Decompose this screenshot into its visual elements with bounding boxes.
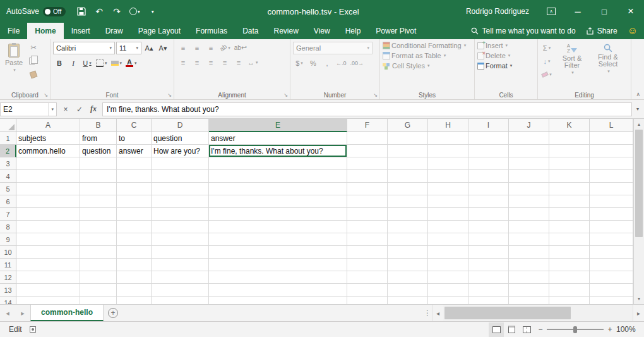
merge-center-button[interactable]: ↔▾: [246, 56, 259, 68]
cell-K10[interactable]: [549, 246, 590, 259]
align-center-button[interactable]: ≡: [191, 56, 203, 68]
cell-E5[interactable]: [209, 183, 347, 195]
cell-B8[interactable]: [80, 221, 117, 233]
cell-I6[interactable]: [468, 195, 509, 208]
cell-C12[interactable]: [117, 271, 152, 284]
cell-A13[interactable]: [16, 284, 80, 297]
cell-B14[interactable]: [80, 297, 117, 304]
font-size-select[interactable]: 11▾: [116, 42, 141, 54]
cell-L2[interactable]: [590, 145, 633, 157]
decrease-font-size-button[interactable]: A▾: [157, 42, 169, 54]
vscroll-track[interactable]: [634, 130, 644, 293]
cell-C10[interactable]: [117, 246, 152, 259]
cell-B11[interactable]: [80, 259, 117, 271]
underline-button[interactable]: U▾: [81, 57, 93, 69]
cell-L14[interactable]: [590, 297, 633, 304]
column-header-A[interactable]: A: [16, 119, 80, 132]
hscroll-right-button[interactable]: ▸: [633, 305, 644, 321]
cell-H8[interactable]: [428, 221, 468, 233]
increase-font-size-button[interactable]: A▴: [143, 42, 155, 54]
wrap-text-button[interactable]: ab↩: [233, 42, 248, 54]
percent-style-button[interactable]: %: [307, 57, 319, 69]
cell-G14[interactable]: [388, 297, 428, 304]
cell-G8[interactable]: [388, 221, 428, 233]
cell-J13[interactable]: [509, 284, 549, 297]
fill-color-button[interactable]: ▾: [110, 57, 124, 69]
cell-A14[interactable]: [16, 297, 80, 304]
cell-E12[interactable]: [209, 271, 347, 284]
cell-K11[interactable]: [549, 259, 590, 271]
cell-I2[interactable]: [468, 145, 509, 157]
cell-G9[interactable]: [388, 233, 428, 246]
cell-H5[interactable]: [428, 183, 468, 195]
cell-E14[interactable]: [209, 297, 347, 304]
ribbon-tab-power-pivot[interactable]: Power Pivot: [368, 23, 424, 39]
cell-D6[interactable]: [152, 195, 209, 208]
cell-K3[interactable]: [549, 157, 590, 170]
cell-F2[interactable]: [347, 145, 388, 157]
sheet-tab-common-hello[interactable]: common-hello: [30, 305, 104, 321]
clipboard-dialog-launcher[interactable]: ↘: [44, 92, 48, 98]
cell-H1[interactable]: [428, 132, 468, 145]
cell-G5[interactable]: [388, 183, 428, 195]
cell-F7[interactable]: [347, 208, 388, 221]
ribbon-display-options-button[interactable]: ∧: [538, 0, 564, 23]
formula-bar-expand-button[interactable]: ▾: [632, 106, 643, 112]
paste-button[interactable]: Paste ▾: [3, 42, 25, 80]
cell-C14[interactable]: [117, 297, 152, 304]
number-format-select[interactable]: General▾: [293, 42, 373, 54]
column-header-K[interactable]: K: [549, 119, 590, 132]
name-box-dropdown[interactable]: ▾: [48, 103, 54, 116]
cell-B13[interactable]: [80, 284, 117, 297]
cell-J8[interactable]: [509, 221, 549, 233]
cell-K2[interactable]: [549, 145, 590, 157]
cell-L11[interactable]: [590, 259, 633, 271]
cell-C11[interactable]: [117, 259, 152, 271]
cell-B10[interactable]: [80, 246, 117, 259]
cell-B9[interactable]: [80, 233, 117, 246]
row-header-6[interactable]: 6: [0, 195, 16, 208]
cell-B2[interactable]: question: [80, 145, 117, 157]
ribbon-tab-page-layout[interactable]: Page Layout: [131, 23, 188, 39]
cell-F4[interactable]: [347, 170, 388, 183]
cell-A10[interactable]: [16, 246, 80, 259]
cell-L8[interactable]: [590, 221, 633, 233]
cell-C2[interactable]: answer: [117, 145, 152, 157]
close-button[interactable]: ×: [617, 0, 644, 23]
cell-A9[interactable]: [16, 233, 80, 246]
ribbon-tab-formulas[interactable]: Formulas: [188, 23, 235, 39]
row-header-7[interactable]: 7: [0, 208, 16, 221]
account-name[interactable]: Rodrigo Rodriguez: [466, 7, 529, 16]
cell-I13[interactable]: [468, 284, 509, 297]
cell-D1[interactable]: question: [152, 132, 209, 145]
comma-style-button[interactable]: ,: [321, 57, 333, 69]
column-header-E[interactable]: E: [209, 119, 347, 132]
cell-G3[interactable]: [388, 157, 428, 170]
cell-K5[interactable]: [549, 183, 590, 195]
cell-E6[interactable]: [209, 195, 347, 208]
decrease-decimal-button[interactable]: .00→: [349, 57, 366, 69]
undo-button[interactable]: ↶: [91, 3, 107, 20]
cell-B5[interactable]: [80, 183, 117, 195]
cell-L4[interactable]: [590, 170, 633, 183]
cell-H7[interactable]: [428, 208, 468, 221]
align-left-button[interactable]: ≡: [177, 56, 189, 68]
hscroll-left-button[interactable]: ◂: [432, 305, 443, 321]
ribbon-tab-home[interactable]: Home: [27, 23, 63, 39]
sheet-bar-splitter[interactable]: ⋮: [423, 305, 432, 321]
zoom-in-button[interactable]: +: [604, 325, 616, 334]
cell-I12[interactable]: [468, 271, 509, 284]
cell-F8[interactable]: [347, 221, 388, 233]
cell-E8[interactable]: [209, 221, 347, 233]
cell-A8[interactable]: [16, 221, 80, 233]
cell-G10[interactable]: [388, 246, 428, 259]
column-header-F[interactable]: F: [347, 119, 388, 132]
cell-F5[interactable]: [347, 183, 388, 195]
page-layout-view-button[interactable]: [504, 322, 519, 337]
cell-A6[interactable]: [16, 195, 80, 208]
cell-L1[interactable]: [590, 132, 633, 145]
cell-C9[interactable]: [117, 233, 152, 246]
cell-L13[interactable]: [590, 284, 633, 297]
cell-H4[interactable]: [428, 170, 468, 183]
cell-F10[interactable]: [347, 246, 388, 259]
